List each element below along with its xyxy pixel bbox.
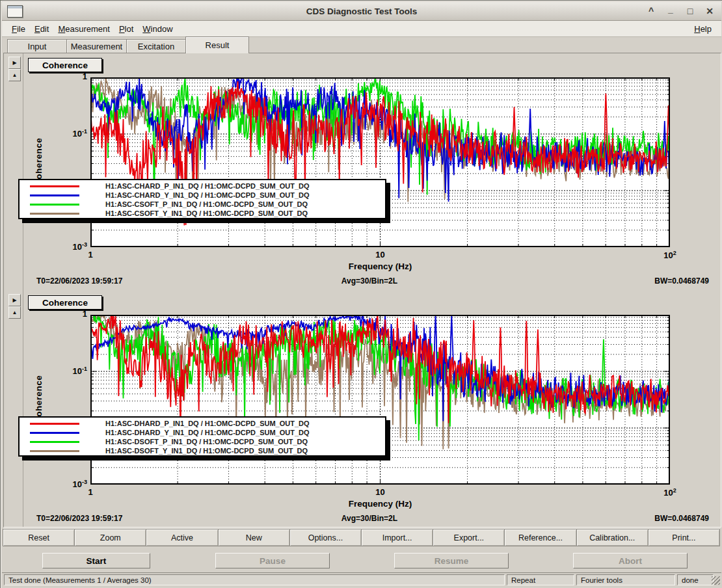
export-button[interactable]: Export... (433, 529, 505, 546)
maximize-button[interactable]: □ (685, 7, 695, 16)
expand-up-icon[interactable]: ▲ (8, 69, 21, 81)
zoom-button[interactable]: Zoom (74, 529, 146, 546)
status-bar: Test done (Measurements 1 / Averages 30)… (2, 572, 721, 588)
legend-line-swatch (30, 213, 79, 215)
avg-bin-info: Avg=30/Bin=2L (30, 276, 709, 286)
menu-plot[interactable]: Plot (114, 23, 138, 35)
measurement-controls: Start Pause Resume Abort (1, 553, 722, 570)
legend-row: H1:ASC-CHARD_P_IN1_DQ / H1:OMC-DCPD_SUM_… (20, 181, 385, 191)
avg-bin-info: Avg=30/Bin=2L (30, 514, 709, 523)
legend-row: H1:ASC-CSOFT_Y_IN1_DQ / H1:OMC-DCPD_SUM_… (20, 209, 385, 218)
legend-row: H1:ASC-DSOFT_P_IN1_DQ / H1:OMC-DCPD_SUM_… (20, 437, 385, 446)
status-message: Test done (Measurements 1 / Averages 30) (4, 574, 505, 585)
menu-file[interactable]: File (7, 23, 30, 35)
plot-canvas[interactable] (90, 315, 670, 485)
close-button[interactable]: ✕ (704, 7, 715, 16)
x-tick-label: 1 (76, 487, 105, 497)
legend-row: H1:ASC-DHARD_P_IN1_DQ / H1:OMC-DCPD_SUM_… (20, 419, 385, 428)
x-tick-label: 1 (76, 250, 105, 260)
pause-button[interactable]: Pause (215, 553, 330, 568)
menu-help[interactable]: Help (689, 23, 716, 35)
x-axis-label: Frequency (Hz) (90, 499, 670, 509)
legend-row: H1:ASC-DSOFT_Y_IN1_DQ / H1:OMC-DCPD_SUM_… (20, 446, 385, 455)
y-tick-label: 10-1 (33, 366, 87, 376)
import-button[interactable]: Import... (361, 529, 433, 546)
legend-label: H1:ASC-DSOFT_Y_IN1_DQ / H1:OMC-DCPD_SUM_… (105, 447, 308, 455)
x-tick-label: 10 (366, 487, 395, 497)
app-window: CDS Diagnostic Test Tools ^ _ □ ✕ File E… (0, 0, 722, 588)
x-tick-label: 102 (656, 487, 684, 498)
legend-line-swatch (30, 204, 79, 206)
y-tick-label: 1 (33, 309, 87, 319)
menu-edit[interactable]: Edit (30, 23, 53, 35)
expand-right-icon[interactable]: ▶ (8, 294, 21, 306)
coherence-plot-1: ▶ ▲ Coherence Coherence H1:ASC-CHARD_P_I… (4, 55, 721, 290)
legend-label: H1:ASC-CSOFT_P_IN1_DQ / H1:OMC-DCPD_SUM_… (105, 200, 308, 208)
bandwidth-info: BW=0.0468749 (654, 514, 709, 523)
legend-label: H1:ASC-CSOFT_Y_IN1_DQ / H1:OMC-DCPD_SUM_… (105, 209, 308, 217)
print-button[interactable]: Print... (648, 529, 720, 546)
expand-right-icon[interactable]: ▶ (8, 57, 21, 69)
calibration-button[interactable]: Calibration... (576, 529, 648, 546)
expand-up-icon[interactable]: ▲ (8, 306, 21, 319)
legend-row: H1:ASC-DHARD_Y_IN1_DQ / H1:OMC-DCPD_SUM_… (20, 428, 385, 437)
tab-input[interactable]: Input (7, 39, 67, 53)
state-field: done (677, 574, 714, 585)
y-tick-label: 10-1 (33, 128, 87, 139)
legend-row: H1:ASC-CHARD_Y_IN1_DQ / H1:OMC-DCPD_SUM_… (20, 191, 385, 200)
title-bar[interactable]: CDS Diagnostic Test Tools ^ _ □ ✕ (2, 2, 721, 21)
tab-excitation[interactable]: Excitation (126, 39, 186, 53)
active-button[interactable]: Active (146, 529, 218, 546)
y-tick-label: 1 (33, 72, 87, 81)
legend-line-swatch (30, 185, 79, 187)
reset-button[interactable]: Reset (3, 529, 75, 546)
plot-title-button[interactable]: Coherence (28, 58, 102, 72)
minimize-button[interactable]: _ (665, 5, 676, 14)
toolbar: Reset Zoom Active New Options... Import.… (3, 528, 720, 546)
x-tick-label: 102 (656, 250, 684, 260)
plot-legend: H1:ASC-CHARD_P_IN1_DQ / H1:OMC-DCPD_SUM_… (18, 179, 386, 219)
x-axis-label: Frequency (Hz) (90, 261, 670, 271)
tab-bar: Input Measurement Excitation Result (3, 37, 720, 53)
legend-line-swatch (30, 432, 79, 434)
tab-measurement[interactable]: Measurement (66, 39, 127, 53)
legend-line-swatch (30, 194, 79, 196)
legend-label: H1:ASC-CHARD_Y_IN1_DQ / H1:OMC-DCPD_SUM_… (105, 191, 310, 199)
reference-button[interactable]: Reference... (504, 529, 576, 546)
bandwidth-info: BW=0.0468749 (654, 276, 709, 286)
legend-label: H1:ASC-DHARD_P_IN1_DQ / H1:OMC-DCPD_SUM_… (105, 420, 310, 427)
legend-label: H1:ASC-DHARD_Y_IN1_DQ / H1:OMC-DCPD_SUM_… (105, 429, 310, 436)
legend-line-swatch (30, 423, 79, 425)
menu-measurement[interactable]: Measurement (53, 23, 114, 35)
start-button[interactable]: Start (42, 553, 150, 568)
plot-title-button[interactable]: Coherence (28, 295, 102, 310)
legend-row: H1:ASC-CSOFT_P_IN1_DQ / H1:OMC-DCPD_SUM_… (20, 200, 385, 209)
legend-line-swatch (30, 441, 79, 443)
resume-button[interactable]: Resume (394, 553, 509, 568)
abort-button[interactable]: Abort (573, 553, 688, 568)
legend-label: H1:ASC-DSOFT_P_IN1_DQ / H1:OMC-DCPD_SUM_… (105, 438, 308, 446)
menu-bar: File Edit Measurement Plot Window Help (2, 21, 721, 37)
result-panel: ▶ ▲ Coherence Coherence H1:ASC-CHARD_P_I… (3, 53, 721, 528)
menu-window[interactable]: Window (138, 23, 177, 35)
window-title: CDS Diagnostic Test Tools (2, 7, 721, 16)
plot-canvas[interactable] (90, 77, 670, 247)
options-button[interactable]: Options... (289, 529, 362, 546)
shade-button[interactable]: ^ (646, 7, 656, 16)
resize-grip-icon[interactable] (712, 576, 720, 585)
coherence-plot-2: ▶ ▲ Coherence Coherence H1:ASC-DHARD_P_I… (4, 292, 721, 528)
repeat-field: Repeat (507, 574, 574, 585)
tools-field: Fourier tools (576, 574, 675, 585)
plot-legend: H1:ASC-DHARD_P_IN1_DQ / H1:OMC-DCPD_SUM_… (18, 416, 386, 457)
legend-label: H1:ASC-CHARD_P_IN1_DQ / H1:OMC-DCPD_SUM_… (105, 182, 310, 190)
new-button[interactable]: New (218, 529, 290, 546)
x-tick-label: 10 (366, 250, 395, 260)
legend-line-swatch (30, 450, 79, 452)
tab-result[interactable]: Result (185, 36, 249, 53)
